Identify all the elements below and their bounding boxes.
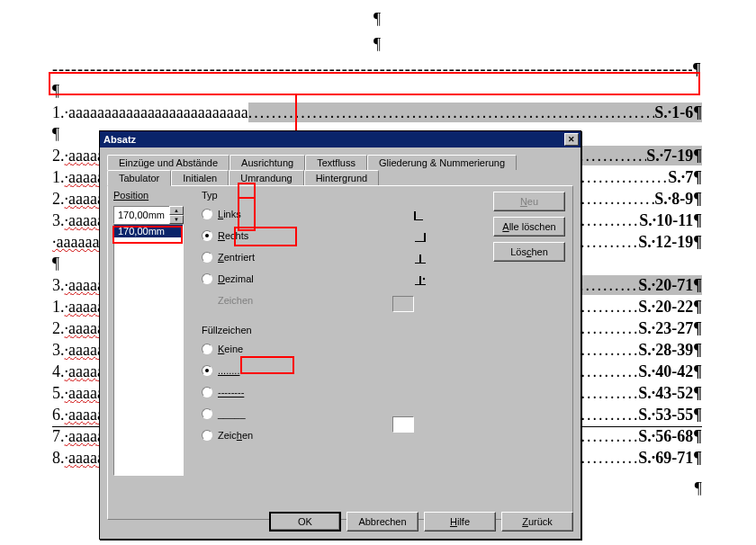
tabstop-left-icon: [414, 211, 427, 220]
tab-tabulator[interactable]: Tabulator: [107, 170, 171, 186]
radio-dezimal[interactable]: Dezimal: [202, 271, 427, 287]
radio-zentriert[interactable]: Zentriert: [202, 249, 427, 265]
radio-links[interactable]: Links: [202, 206, 427, 222]
radio-dashes[interactable]: --------: [202, 384, 427, 400]
tab-textfluss[interactable]: Textfluss: [305, 155, 367, 170]
highlight-box: [49, 72, 700, 95]
delete-button[interactable]: Löschen: [493, 242, 565, 262]
spinner[interactable]: ▲▼: [169, 206, 184, 224]
radio-keine[interactable]: Keine: [202, 341, 427, 357]
delete-all-button[interactable]: Alle löschen: [493, 217, 565, 237]
back-button[interactable]: Zurück: [501, 512, 573, 532]
ok-button[interactable]: OK: [269, 512, 341, 532]
highlight-box: [238, 197, 256, 231]
tabstop-center-icon: [414, 255, 427, 264]
tab-gliederung-nummerierung[interactable]: Gliederung & Nummerierung: [367, 155, 517, 170]
paragraph-mark: ¶: [52, 9, 702, 29]
radio-dots[interactable]: ........: [202, 362, 427, 379]
tab-ausrichtung[interactable]: Ausrichtung: [230, 155, 305, 170]
highlight-connector: [295, 95, 297, 132]
svg-point-0: [423, 278, 425, 280]
tab-einz-ge-und-abst-nde[interactable]: Einzüge und Abstände: [107, 155, 230, 170]
position-label: Position: [113, 190, 184, 201]
dialog-titlebar[interactable]: Absatz ✕: [100, 131, 580, 147]
type-group-label: Typ: [202, 190, 427, 201]
paragraph-mark: ¶: [52, 34, 702, 54]
new-button: Neu: [493, 192, 565, 211]
decimal-char-input: [392, 296, 414, 312]
tabstop-right-icon: [414, 233, 427, 242]
spin-up-icon[interactable]: ▲: [169, 206, 184, 215]
tab-initialen[interactable]: Initialen: [171, 170, 229, 185]
tabstop-decimal-icon: [414, 276, 427, 285]
dialog-title: Absatz: [104, 134, 136, 145]
tab-hintergrund[interactable]: Hintergrund: [304, 170, 379, 185]
fill-group-label: Füllzeichen: [202, 325, 427, 335]
highlight-box: [112, 226, 183, 244]
dialog-button-row: OK Abbrechen Hilfe Zurück: [269, 512, 573, 532]
help-button[interactable]: Hilfe: [424, 512, 496, 532]
tab-strip: Einzüge und AbständeAusrichtungTextfluss…: [107, 155, 573, 185]
position-list[interactable]: 170,00mm: [113, 224, 184, 476]
fill-char-input[interactable]: [392, 416, 414, 433]
paragraph-dialog: Absatz ✕ Einzüge und AbständeAusrichtung…: [99, 130, 581, 540]
highlight-box: [240, 356, 294, 374]
close-button[interactable]: ✕: [564, 133, 579, 146]
cancel-button[interactable]: Abbrechen: [346, 512, 418, 532]
toc-line: 1.·aaaaaaaaaaaaaaaaaaaaaaaaa............…: [52, 103, 702, 122]
spin-down-icon[interactable]: ▼: [169, 215, 184, 224]
